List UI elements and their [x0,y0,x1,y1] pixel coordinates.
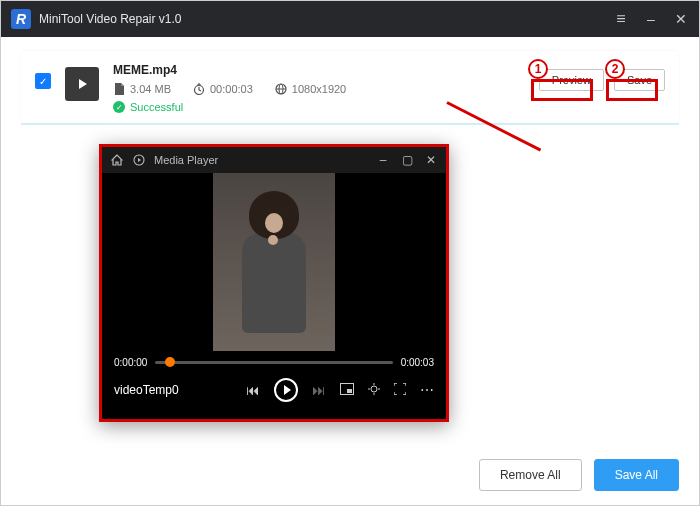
save-all-button[interactable]: Save All [594,459,679,491]
svg-point-7 [371,386,377,392]
annotation-marker-2: 2 [605,59,625,79]
next-track-icon[interactable]: ⏭ [312,382,326,398]
fullscreen-icon[interactable] [394,382,406,398]
player-maximize-icon[interactable]: ▢ [400,153,414,167]
close-icon[interactable]: ✕ [673,11,689,27]
video-name: videoTemp0 [114,383,179,397]
file-row: ✓ MEME.mp4 3.04 MB 00:00:03 [21,51,679,123]
window-controls: ≡ – ✕ [613,10,689,28]
file-resolution-value: 1080x1920 [292,83,346,95]
success-icon: ✓ [113,101,125,113]
progress-row: 0:00:00 0:00:03 [114,357,434,368]
annotation-marker-1: 1 [528,59,548,79]
play-button[interactable] [274,378,298,402]
play-triangle-icon [284,385,291,395]
content-area: ✓ MEME.mp4 3.04 MB 00:00:03 [1,37,699,123]
file-name: MEME.mp4 [113,63,525,77]
video-subject [234,191,314,341]
file-actions: Preview Save [539,63,665,91]
check-icon: ✓ [39,76,47,87]
video-frame [213,173,335,351]
play-icon [79,79,87,89]
player-controls: 0:00:00 0:00:03 videoTemp0 ⏮ ⏭ ⋯ [102,351,446,410]
file-checkbox[interactable]: ✓ [35,73,51,89]
preview-button[interactable]: Preview [539,69,604,91]
minimize-icon[interactable]: – [643,11,659,27]
file-size: 3.04 MB [113,83,171,95]
status-text: Successful [130,101,183,113]
file-meta: 3.04 MB 00:00:03 1080x1920 [113,83,525,95]
title-bar: R MiniTool Video Repair v1.0 ≡ – ✕ [1,1,699,37]
footer-actions: Remove All Save All [479,459,679,491]
file-size-value: 3.04 MB [130,83,171,95]
progress-bar[interactable] [155,361,392,364]
player-minimize-icon[interactable]: – [376,153,390,167]
file-info: MEME.mp4 3.04 MB 00:00:03 [113,63,525,113]
player-video-area[interactable] [102,173,446,351]
more-icon[interactable]: ⋯ [420,382,434,398]
file-resolution: 1080x1920 [275,83,346,95]
app-logo-icon: R [11,9,31,29]
player-title: Media Player [154,154,218,166]
time-end: 0:00:03 [401,357,434,368]
remove-all-button[interactable]: Remove All [479,459,582,491]
clock-icon [193,83,205,95]
row-divider [21,123,679,125]
prev-track-icon[interactable]: ⏮ [246,382,260,398]
mini-player-icon[interactable] [340,382,354,398]
home-icon[interactable] [110,153,124,167]
svg-rect-6 [347,389,352,393]
brightness-icon[interactable] [368,382,380,398]
media-player-window: Media Player – ▢ ✕ 0:00:00 0:00:03 video… [99,144,449,422]
file-thumbnail [65,67,99,101]
time-current: 0:00:00 [114,357,147,368]
file-duration: 00:00:03 [193,83,253,95]
player-title-bar: Media Player – ▢ ✕ [102,147,446,173]
file-duration-value: 00:00:03 [210,83,253,95]
player-play-icon [132,153,146,167]
progress-handle[interactable] [165,357,175,367]
menu-icon[interactable]: ≡ [613,10,629,28]
resolution-icon [275,83,287,95]
player-close-icon[interactable]: ✕ [424,153,438,167]
app-title: MiniTool Video Repair v1.0 [39,12,613,26]
file-icon [113,83,125,95]
